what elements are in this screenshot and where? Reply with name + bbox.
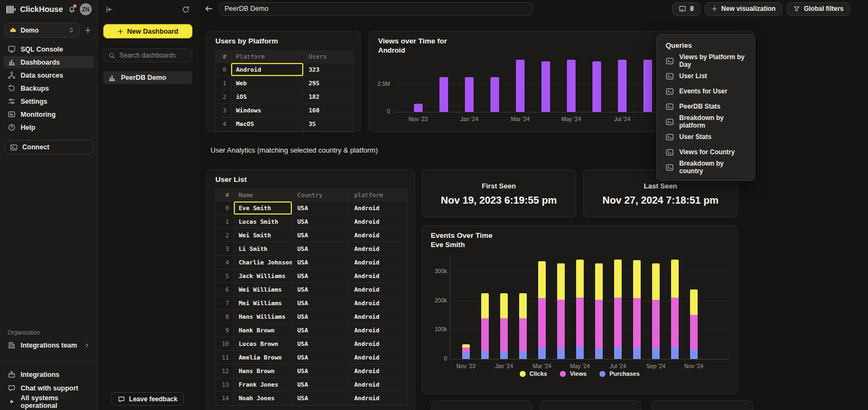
sidebar-item-integrations-team[interactable]: Integrations team [3, 339, 94, 351]
query-item-breakdown-by-platform[interactable]: Breakdown by platform [657, 114, 755, 129]
stacked-bar [576, 260, 584, 359]
sidebar-item-data-sources[interactable]: Data sources [3, 69, 94, 81]
table-row[interactable]: 10Lucas BrownUSAAndroid [216, 337, 407, 351]
bar-segment-views [690, 315, 698, 350]
new-visualization-button[interactable]: New visualization [705, 2, 782, 16]
table-row[interactable]: 1Lucas SmithUSAAndroid [216, 215, 407, 229]
table-row[interactable]: 11Amelia BrownUSAAndroid [216, 351, 407, 364]
query-item-label: Breakdown by country [679, 160, 746, 175]
bar-segment-views [481, 318, 489, 351]
table-row[interactable]: 1Web295 [216, 77, 353, 90]
table-row[interactable]: 14Noah JonesUSAAndroid [216, 392, 407, 405]
query-item-user-stats[interactable]: User Stats [657, 129, 755, 144]
collapse-panel-icon[interactable] [105, 5, 113, 14]
table-row[interactable]: 5Jack WilliamsUSAAndroid [216, 269, 407, 283]
table-row[interactable]: 6Wei WilliamsUSAAndroid [216, 283, 407, 297]
user-avatar[interactable]: ZN [80, 3, 92, 15]
panel-title: User List [207, 170, 414, 184]
table-row[interactable]: 8Hans WilliamsUSAAndroid [216, 310, 407, 324]
table-row[interactable]: 0Eve SmithUSAAndroid [216, 201, 407, 215]
sidebar-item-settings[interactable]: Settings [3, 95, 94, 108]
query-item-views-for-country[interactable]: Views for Country [657, 144, 755, 160]
table-row[interactable]: 3Windows160 [216, 104, 353, 117]
search-dashboards-box[interactable] [103, 48, 192, 62]
search-dashboards-input[interactable] [119, 52, 187, 59]
dashboard-list-item[interactable]: PeerDB Demo [103, 71, 192, 84]
service-cloud-icon [9, 27, 17, 34]
bar-segment-clicks [671, 260, 679, 298]
sidebar-item-label: Integrations [21, 371, 60, 379]
table-cell: Android [349, 256, 407, 269]
queries-popup: Queries Views by Platform by DayUser Lis… [656, 34, 755, 181]
new-dashboard-label: New Dashboard [127, 28, 178, 35]
leave-feedback-button[interactable]: Leave feedback [111, 392, 184, 406]
new-dashboard-button[interactable]: New Dashboard [103, 24, 193, 39]
sidebar-item-system-status[interactable]: All systems operational [3, 395, 94, 408]
table-cell: USA [292, 310, 349, 323]
sidebar-nav: SQL ConsoleDashboardsData sourcesBackups… [0, 43, 97, 134]
queries-count-button[interactable]: 8 [672, 2, 700, 16]
table-row[interactable]: 12Hans BrownUSAAndroid [216, 364, 407, 378]
table-row[interactable]: 9Hank BrownUSAAndroid [216, 324, 407, 337]
bar [516, 60, 525, 112]
add-service-button[interactable] [84, 27, 92, 34]
sidebar-item-label: Data sources [21, 72, 63, 79]
table-row[interactable]: 4Charlie JohnsonUSAAndroid [216, 256, 407, 269]
query-item-views-by-platform-by-day[interactable]: Views by Platform by Day [657, 53, 755, 68]
sidebar-item-integrations[interactable]: Integrations [3, 368, 94, 381]
gridline [450, 272, 729, 272]
global-filters-button[interactable]: Global filters [787, 2, 850, 16]
x-axis-label: May '24 [563, 363, 597, 369]
bar-segment-purchases [690, 350, 698, 359]
table-row[interactable]: 3Li SmithUSAAndroid [216, 242, 407, 256]
table-row[interactable]: 7Mei WilliamsUSAAndroid [216, 297, 407, 310]
panel-title: Users by Platform [207, 31, 360, 45]
back-button[interactable] [205, 4, 213, 13]
dashboard-title-input[interactable] [219, 2, 533, 16]
connect-icon [10, 143, 18, 152]
table-row[interactable]: 4MacOS35 [216, 117, 353, 131]
stacked-bar [519, 293, 527, 359]
x-axis-label: Jul '24 [601, 363, 635, 369]
table-cell: 182 [304, 90, 353, 103]
sidebar-item-monitoring[interactable]: Monitoring [3, 108, 94, 121]
table-cell: USA [292, 297, 349, 310]
bar [567, 60, 576, 112]
sidebar-item-help[interactable]: Help [3, 121, 94, 134]
table-row[interactable]: 13Frank JonesUSAAndroid [216, 378, 407, 392]
bar-segment-clicks [557, 263, 565, 300]
query-item-peerdb-stats[interactable]: PeerDB Stats [657, 99, 755, 114]
connect-button[interactable]: Connect [4, 140, 93, 154]
table-row[interactable]: 0Android323 [216, 63, 353, 77]
y-axis-label: 0 [422, 355, 447, 362]
bar-segment-purchases [671, 347, 679, 359]
sidebar-item-dashboards[interactable]: Dashboards [3, 56, 94, 68]
new-visualization-label: New visualization [722, 5, 776, 12]
table-row[interactable]: 2Wei SmithUSAAndroid [216, 229, 407, 242]
table-cell: Charlie Johnson [234, 256, 292, 269]
sidebar-item-backups[interactable]: Backups [3, 82, 94, 94]
sidebar-item-label: Monitoring [21, 111, 56, 118]
legend-dot [520, 371, 526, 377]
global-filters-label: Global filters [804, 5, 844, 12]
sidebar-item-chat-with-support[interactable]: Chat with support [3, 382, 94, 394]
bar-segment-purchases [633, 348, 641, 359]
table-cell: 14 [216, 392, 234, 405]
service-selector[interactable]: Demo [4, 23, 80, 37]
table-row[interactable]: 2iOS182 [216, 90, 353, 104]
stacked-bar [557, 263, 565, 359]
refresh-icon[interactable] [182, 5, 190, 14]
query-item-breakdown-by-country[interactable]: Breakdown by country [657, 160, 755, 175]
terminal-icon [666, 148, 674, 156]
query-item-events-for-user[interactable]: Events for User [657, 84, 755, 99]
query-item-user-list[interactable]: User List [657, 68, 755, 84]
dashboards-list: PeerDB Demo [103, 71, 192, 84]
dashboard-toolbar: 8 New visualization Global filters [198, 0, 868, 18]
bar-segment-views [462, 348, 470, 352]
sidebar-item-sql-console[interactable]: SQL Console [3, 43, 94, 55]
funnel-icon [793, 5, 800, 12]
notifications-bell-icon[interactable] [68, 5, 76, 14]
table-cell: 4 [216, 256, 234, 269]
clickhouse-logo-icon[interactable] [7, 5, 16, 14]
table-cell: Wei Smith [234, 229, 292, 242]
